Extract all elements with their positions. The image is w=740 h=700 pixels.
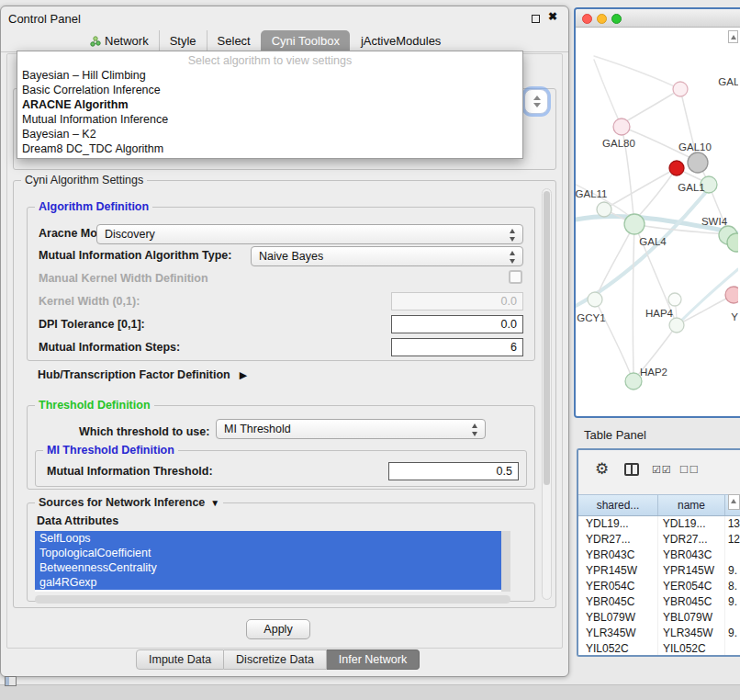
network-node-gal4[interactable] [624,214,645,234]
bottom-tab-infer-network[interactable]: Infer Network [327,649,420,670]
network-node-gal80[interactable] [613,119,630,135]
tab-select[interactable]: Select [207,30,261,51]
mi-algorithm-type-label: Mutual Information Algorithm Type: [39,249,231,262]
table-row[interactable]: YBL079WYBL079W [578,610,740,626]
table-body: YDL19...YDL19...13YDR27...YDR27...12YBR0… [578,516,740,655]
network-node-gal10[interactable] [688,152,708,173]
mi-threshold-group-title: MI Threshold Definition [43,444,178,457]
table-row[interactable]: YDL19...YDL19...13 [578,516,740,532]
bottom-tab-discretize-data[interactable]: Discretize Data [224,649,327,670]
aracne-mode-select[interactable]: Discovery [96,224,523,244]
kernel-width-input [391,292,523,310]
table-row[interactable]: YIL052CYIL052C [578,641,740,655]
column-chooser-icon[interactable] [624,463,639,476]
network-canvas[interactable]: GAL80GAL10GAL1GAL11SWI4GAL4GCY1HAP4HAP2G… [576,28,738,416]
table-row[interactable]: YPR145WYPR145W9. [578,563,740,579]
gear-icon[interactable]: ⚙ [595,459,609,479]
network-node-gcy1[interactable] [588,292,602,307]
tab-jactivemodules[interactable]: jActiveModules [350,30,451,51]
node-label-gal11: GAL11 [576,188,607,199]
data-attributes-listbox[interactable]: SelfLoopsTopologicalCoefficientBetweenne… [35,531,510,592]
minimize-icon[interactable] [532,15,540,23]
tab-network[interactable]: Network [80,30,159,51]
table-row[interactable]: YBR043CYBR043C [578,548,740,563]
bottom-tab-impute-data[interactable]: Impute Data [136,649,224,670]
table-row[interactable]: YDR27...YDR27...12 [578,532,740,548]
algorithm-definition-group: Algorithm Definition Aracne Mode: Discov… [27,207,535,361]
node-label-swi4: SWI4 [701,216,728,227]
network-edge [637,168,677,218]
algorithm-definition-title: Algorithm Definition [35,200,152,213]
scrollbar-thumb[interactable] [544,191,550,485]
window-title: Control Panel [8,12,81,26]
mi-algorithm-type-select[interactable]: Naive Bayes [251,246,523,266]
algorithm-option-bayesian-k2[interactable]: Bayesian – K2 [17,127,522,141]
minimize-traffic-light[interactable] [597,14,607,24]
settings-scrollbar[interactable] [542,188,552,600]
dock-panel-icon-bar [6,677,9,685]
attribute-topologicalcoefficient[interactable]: TopologicalCoefficient [35,546,501,560]
zoom-traffic-light[interactable] [611,14,622,24]
tab-cyni-toolbox[interactable]: Cyni Toolbox [261,30,350,51]
network-node[interactable] [668,293,681,306]
hub-transcription-factor-section[interactable]: Hub/Transcription Factor Definition▶ [38,368,247,381]
network-window-titlebar[interactable] [576,9,740,28]
settings-group-title: Cyni Algorithm Settings [21,174,147,186]
table-cell: YBL079W [658,610,725,626]
manual-kernel-width-checkbox[interactable] [509,270,522,284]
algorithm-option-mutual-information-inference[interactable]: Mutual Information Inference [17,112,522,127]
data-attributes-list: SelfLoopsTopologicalCoefficientBetweenne… [35,531,501,592]
control-panel-titlebar[interactable]: Control Panel ✖ [1,6,568,30]
dock-panel-icon[interactable] [5,676,17,686]
dpi-tolerance-input[interactable] [391,315,523,333]
mi-threshold-input[interactable] [388,462,519,480]
deselect-all-icon[interactable]: ☐☐ [679,464,700,476]
node-label-hap4: HAP4 [645,308,674,319]
focused-spinner-control[interactable] [524,89,548,114]
table-cell: YIL052C [658,641,725,655]
which-threshold-select[interactable]: MI Threshold [216,419,486,439]
algorithm-option-aracne-algorithm[interactable]: ARACNE Algorithm [17,97,522,112]
network-node[interactable] [673,82,688,96]
network-node[interactable] [725,287,738,303]
attribute-gal4rgexp[interactable]: gal4RGexp [35,575,501,590]
mi-steps-input[interactable] [391,338,523,356]
attribute-selfloops[interactable]: SelfLoops [35,531,501,546]
network-edge [598,224,634,294]
column-header-name[interactable]: name [658,495,725,515]
list-scrollbar[interactable] [501,531,510,592]
table-row[interactable]: YER054CYER054C8. [578,579,740,594]
expanded-arrow-icon[interactable]: ▼ [210,498,219,508]
algorithm-option-basic-correlation-inference[interactable]: Basic Correlation Inference [17,83,522,97]
sources-title[interactable]: Sources for Network Inference▼ [35,496,223,509]
table-cell: YBL079W [578,610,658,626]
collapsed-arrow-icon[interactable]: ▶ [240,369,247,380]
table-row[interactable]: YBR045CYBR045C9. [578,594,740,610]
table-cell: YDR27... [658,532,725,548]
apply-button[interactable]: Apply [246,619,310,639]
algorithm-option-dream8-dc-tdc-algorithm[interactable]: Dream8 DC_TDC Algorithm [17,141,522,156]
table-header: shared...name [578,494,740,516]
select-all-icon[interactable]: ☑☑ [652,464,672,476]
dpi-tolerance-label: DPI Tolerance [0,1]: [39,318,145,331]
scroll-up-icon[interactable] [728,494,740,510]
table-cell: YDL19... [578,516,658,532]
column-header-shared[interactable]: shared... [578,495,658,515]
table-cell: 9. [725,594,740,610]
bottom-tab-bar: Impute DataDiscretize DataInfer Network [136,649,420,670]
table-row[interactable]: YLR345WYLR345W9. [578,626,740,641]
scroll-up-icon[interactable] [728,30,738,43]
dropdown-arrows-icon [509,229,517,242]
network-node-gal11[interactable] [597,202,611,217]
close-traffic-light[interactable] [582,14,592,24]
network-node[interactable] [669,161,684,175]
tab-style[interactable]: Style [159,30,207,51]
network-canvas-area[interactable]: GAL80GAL10GAL1GAL11SWI4GAL4GCY1HAP4HAP2G… [576,28,740,416]
horizontal-scrollbar[interactable] [35,595,510,604]
algorithm-option-bayesian-hill-climbing[interactable]: Bayesian – Hill Climbing [17,68,522,83]
table-cell: YIL052C [578,641,658,655]
attribute-betweennesscentrality[interactable]: BetweennessCentrality [35,560,501,575]
network-node-hap4[interactable] [669,318,684,333]
data-attributes-label: Data Attributes [37,514,118,527]
close-icon[interactable]: ✖ [548,10,557,23]
